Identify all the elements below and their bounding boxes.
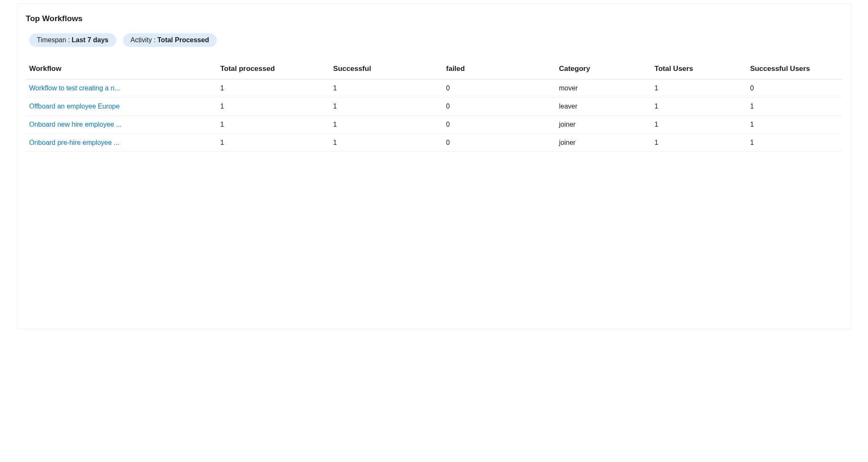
workflow-link[interactable]: Onboard new hire employee ... (29, 121, 122, 128)
col-failed[interactable]: failed (443, 60, 556, 79)
cell-category: joiner (556, 116, 651, 134)
workflow-link[interactable]: Onboard pre-hire employee ... (29, 139, 119, 147)
cell-category: mover (556, 79, 651, 98)
col-total-processed[interactable]: Total processed (217, 60, 330, 79)
table-row: Offboard an employee Europe110leaver11 (26, 98, 842, 116)
cell-total-users: 1 (651, 79, 747, 98)
col-category[interactable]: Category (556, 60, 651, 79)
filter-row: Timespan : Last 7 days Activity : Total … (29, 33, 842, 47)
table-row: Workflow to test creating a n...110mover… (26, 79, 842, 98)
cell-successful-users: 1 (747, 116, 842, 134)
cell-total-users: 1 (651, 98, 747, 116)
workflow-link[interactable]: Workflow to test creating a n... (29, 84, 120, 92)
filter-timespan[interactable]: Timespan : Last 7 days (29, 33, 116, 47)
col-successful[interactable]: Successful (330, 60, 442, 79)
cell-failed: 0 (443, 116, 556, 134)
table-header-row: Workflow Total processed Successful fail… (26, 60, 842, 79)
filter-activity[interactable]: Activity : Total Processed (123, 33, 217, 47)
cell-total-users: 1 (651, 116, 747, 134)
cell-total-processed: 1 (217, 116, 330, 134)
table-row: Onboard pre-hire employee ...110joiner11 (26, 134, 842, 152)
cell-category: leaver (556, 98, 651, 116)
col-successful-users[interactable]: Successful Users (747, 60, 842, 79)
table-row: Onboard new hire employee ...110joiner11 (26, 116, 842, 134)
card-title: Top Workflows (26, 14, 842, 23)
cell-category: joiner (556, 134, 651, 152)
cell-total-processed: 1 (217, 98, 330, 116)
workflow-link[interactable]: Offboard an employee Europe (29, 103, 120, 110)
cell-failed: 0 (443, 98, 556, 116)
cell-workflow: Onboard new hire employee ... (26, 116, 217, 134)
col-workflow[interactable]: Workflow (26, 60, 217, 79)
cell-successful-users: 0 (747, 79, 842, 98)
cell-workflow: Onboard pre-hire employee ... (26, 134, 217, 152)
filter-timespan-value: Last 7 days (72, 36, 109, 44)
cell-failed: 0 (443, 79, 556, 98)
cell-successful: 1 (330, 116, 442, 134)
cell-workflow: Offboard an employee Europe (26, 98, 217, 116)
cell-successful: 1 (330, 98, 442, 116)
cell-total-processed: 1 (217, 79, 330, 98)
filter-activity-label: Activity : (131, 36, 156, 44)
filter-timespan-label: Timespan : (37, 36, 70, 44)
workflows-table: Workflow Total processed Successful fail… (26, 60, 842, 152)
cell-failed: 0 (443, 134, 556, 152)
cell-successful-users: 1 (747, 98, 842, 116)
filter-activity-value: Total Processed (157, 36, 209, 44)
cell-successful: 1 (330, 134, 442, 152)
top-workflows-card: Top Workflows Timespan : Last 7 days Act… (17, 3, 851, 329)
cell-successful: 1 (330, 79, 442, 98)
col-total-users[interactable]: Total Users (651, 60, 747, 79)
cell-workflow: Workflow to test creating a n... (26, 79, 217, 98)
cell-successful-users: 1 (747, 134, 842, 152)
cell-total-processed: 1 (217, 134, 330, 152)
cell-total-users: 1 (651, 134, 747, 152)
